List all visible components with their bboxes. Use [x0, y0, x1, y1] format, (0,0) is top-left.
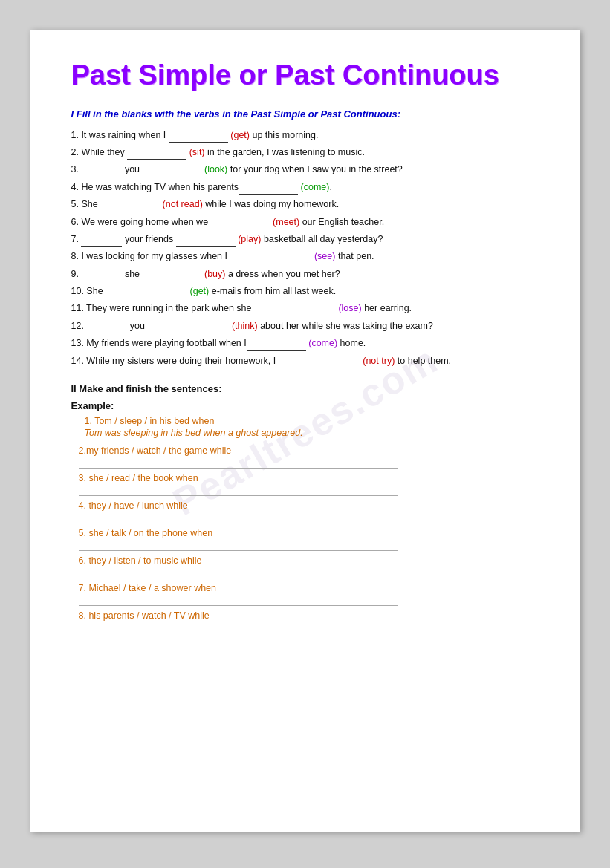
- example-answer: Tom was sleeping in his bed when a ghost…: [85, 428, 539, 438]
- list-item: 11. They were running in the park when s…: [71, 301, 539, 316]
- make-item-3: 3. she / read / the book when: [71, 473, 539, 496]
- section1-header: I Fill in the blanks with the verbs in t…: [71, 108, 539, 120]
- section2-header: II Make and finish the sentences:: [71, 383, 539, 394]
- list-item: 2. While they (sit) in the garden, I was…: [71, 146, 539, 160]
- list-item: 10. She (get) e-mails from him all last …: [71, 284, 539, 298]
- list-item: 12. you (think) about her while she was …: [71, 319, 539, 333]
- list-item: 6. We were going home when we (meet) our…: [71, 215, 539, 229]
- list-item: 7. your friends (play) basketball all da…: [71, 232, 539, 247]
- make-item-5: 5. she / talk / on the phone when: [71, 528, 539, 551]
- example-label: Example:: [71, 400, 539, 411]
- list-item: 14. While my sisters were doing their ho…: [71, 354, 539, 368]
- example-prompt: 1. Tom / sleep / in his bed when: [85, 416, 539, 426]
- list-item: 3. you (look) for your dog when I saw yo…: [71, 163, 539, 177]
- list-item: 8. I was looking for my glasses when I (…: [71, 249, 539, 264]
- make-item-7: 7. Michael / take / a shower when: [71, 583, 539, 606]
- make-item-4: 4. they / have / lunch while: [71, 500, 539, 523]
- list-item: 9. she (buy) a dress when you met her?: [71, 267, 539, 281]
- list-item: 4. He was watching TV when his parents (…: [71, 180, 539, 195]
- make-item-6: 6. they / listen / to music while: [71, 555, 539, 578]
- make-item-2: 2.my friends / watch / the game while: [71, 446, 539, 469]
- page: Pearltrees.com Past Simple or Past Conti…: [30, 30, 580, 832]
- exercises-list: 1. It was raining when I (get) up this m…: [71, 128, 539, 368]
- list-item: 13. My friends were playing football whe…: [71, 336, 539, 350]
- make-item-8: 8. his parents / watch / TV while: [71, 610, 539, 633]
- page-title: Past Simple or Past Continuous: [71, 59, 539, 92]
- list-item: 5. She (not read) while I was doing my h…: [71, 198, 539, 212]
- list-item: 1. It was raining when I (get) up this m…: [71, 128, 539, 143]
